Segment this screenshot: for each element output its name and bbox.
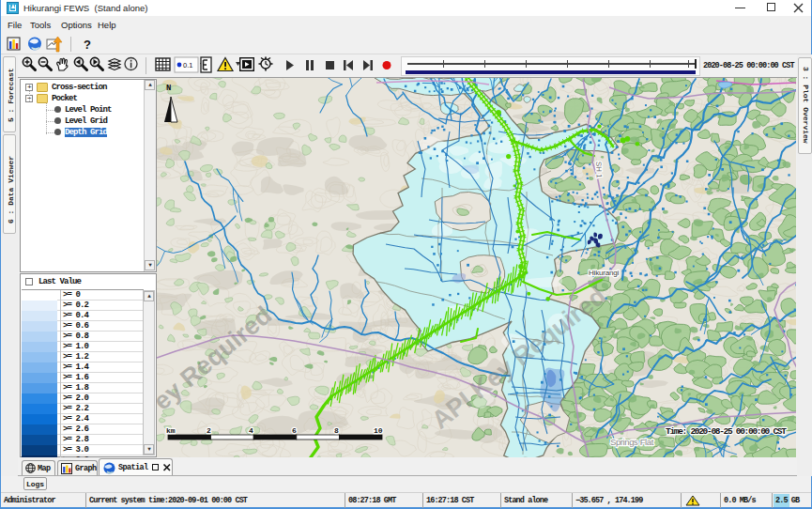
svg-text:?: ? bbox=[84, 38, 91, 52]
svg-text:4: 4 bbox=[249, 426, 253, 435]
svg-text:Time: 2020-08-25 00:00:00 CST: Time: 2020-08-25 00:00:00 CST bbox=[666, 426, 787, 437]
svg-text:6: 6 bbox=[292, 426, 297, 435]
svg-text:8: 8 bbox=[334, 426, 339, 435]
svg-text:km: km bbox=[166, 426, 176, 435]
svg-text:SH 1: SH 1 bbox=[594, 162, 604, 179]
svg-text:Springs Flat: Springs Flat bbox=[610, 437, 654, 447]
svg-text:Hikurangi: Hikurangi bbox=[589, 269, 619, 277]
svg-text:2: 2 bbox=[207, 426, 211, 435]
svg-text:0.1: 0.1 bbox=[183, 61, 192, 69]
svg-text:N: N bbox=[166, 84, 171, 93]
svg-text:10: 10 bbox=[374, 426, 383, 435]
